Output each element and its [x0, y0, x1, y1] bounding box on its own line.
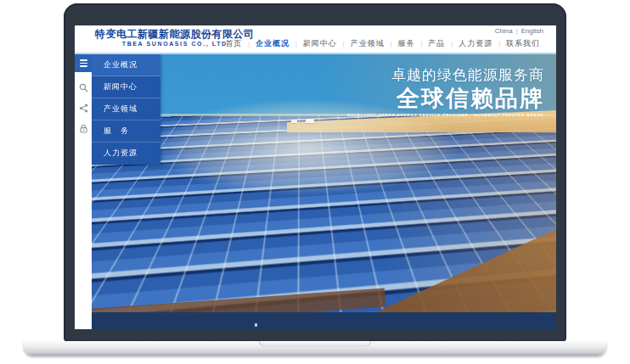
hero-title: 全球信赖品牌 — [166, 86, 544, 111]
side-menu-item-service[interactable]: 服 务 — [92, 120, 160, 143]
share-icon[interactable] — [79, 104, 88, 113]
search-icon[interactable] — [79, 83, 88, 92]
main-nav: 首页 | 企业概况 | 新闻中心 | 产业领域 | 服务 | 产品 | 人力资源… — [219, 38, 546, 49]
side-menu-item-company[interactable]: 企业概况 — [92, 54, 160, 76]
side-menu-item-hr[interactable]: 人力资源 — [92, 143, 160, 164]
lang-english-link[interactable]: English — [521, 27, 543, 35]
laptop-screen: 特变电工新疆新能源股份有限公司 TBEA SUNOASIS CO., LTD C… — [75, 25, 556, 329]
next-section-band — [92, 312, 556, 329]
hero-slogan: 卓越的绿色能源服务商 全球信赖品牌 EXCELLENT GREEN ENERGY… — [166, 65, 544, 120]
main-content: 卓越的绿色能源服务商 全球信赖品牌 EXCELLENT GREEN ENERGY… — [92, 54, 556, 329]
side-menu: 企业概况 新闻中心 产业领域 服 务 人力资源 — [92, 54, 160, 165]
lang-china-link[interactable]: China — [495, 27, 513, 35]
nav-item-news[interactable]: 新闻中心 — [297, 38, 343, 49]
hero-banner[interactable]: 卓越的绿色能源服务商 全球信赖品牌 EXCELLENT GREEN ENERGY… — [92, 54, 556, 312]
lang-divider: | — [516, 27, 518, 35]
nav-item-service[interactable]: 服务 — [392, 38, 421, 49]
site-body: 卓越的绿色能源服务商 全球信赖品牌 EXCELLENT GREEN ENERGY… — [75, 54, 556, 329]
hero-subtitle: 卓越的绿色能源服务商 — [166, 65, 544, 85]
laptop-mockup: 特变电工新疆新能源股份有限公司 TBEA SUNOASIS CO., LTD C… — [0, 0, 630, 364]
nav-item-home[interactable]: 首页 — [219, 38, 248, 49]
laptop-base — [24, 341, 606, 356]
hamburger-menu-button[interactable] — [75, 54, 92, 72]
laptop-base-notch — [260, 341, 370, 346]
nav-item-contact[interactable]: 联系我们 — [500, 38, 546, 49]
nav-item-company[interactable]: 企业概况 — [250, 38, 295, 49]
side-menu-item-news[interactable]: 新闻中心 — [92, 76, 160, 98]
nav-item-products[interactable]: 产品 — [422, 38, 451, 49]
scroll-indicator-dot — [255, 323, 257, 327]
nav-item-hr[interactable]: 人力资源 — [453, 38, 498, 49]
language-switcher: China | English — [495, 27, 543, 35]
lock-icon[interactable] — [79, 124, 88, 133]
site-header: 特变电工新疆新能源股份有限公司 TBEA SUNOASIS CO., LTD C… — [75, 25, 556, 54]
nav-item-industry[interactable]: 产业领域 — [345, 38, 391, 49]
hero-tagline: EXCELLENT GREEN ENERGY SERVICE PROVIDER … — [348, 113, 544, 117]
hamburger-icon — [80, 59, 87, 61]
side-menu-item-industry[interactable]: 产业领域 — [92, 98, 160, 120]
icon-rail — [75, 54, 92, 329]
